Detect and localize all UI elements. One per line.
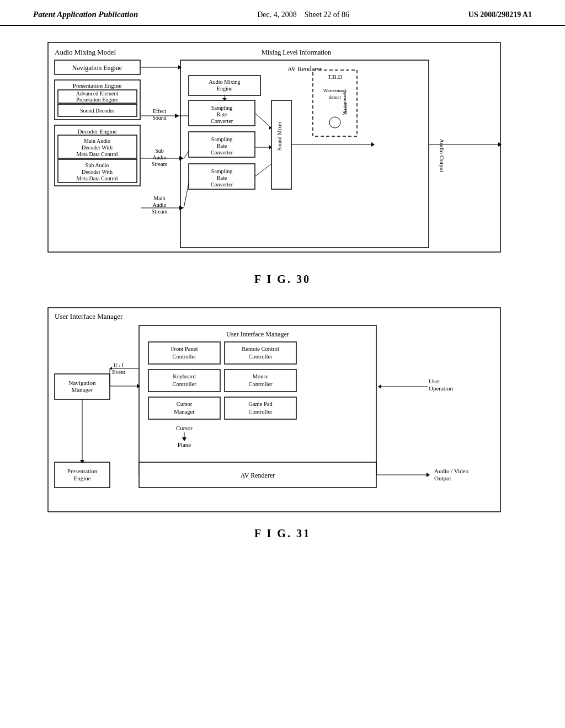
svg-text:Remote  Control: Remote Control <box>242 346 279 352</box>
svg-text:detect: detect <box>343 103 348 115</box>
header-sheet: Sheet 22 of 86 <box>305 10 349 19</box>
svg-text:Audio: Audio <box>153 202 167 208</box>
svg-text:Main Audio: Main Audio <box>84 138 110 144</box>
svg-text:Game Pad: Game Pad <box>248 401 273 407</box>
svg-point-78 <box>329 117 340 128</box>
svg-text:Event: Event <box>112 369 125 375</box>
header-publication: Patent Application Publication <box>33 10 138 19</box>
svg-text:Decoder With: Decoder With <box>82 169 113 175</box>
svg-text:Presentation Engine: Presentation Engine <box>73 82 121 89</box>
header-center: Dec. 4, 2008 Sheet 22 of 86 <box>257 10 349 19</box>
svg-text:Keyboard: Keyboard <box>173 373 196 379</box>
svg-text:Stream: Stream <box>152 208 168 215</box>
svg-text:Converter: Converter <box>211 181 233 188</box>
svg-text:Rate: Rate <box>217 111 227 117</box>
svg-rect-103 <box>148 397 220 419</box>
svg-rect-100 <box>225 370 296 392</box>
svg-text:User: User <box>429 378 440 384</box>
svg-text:Mixing  Level  Information: Mixing Level Information <box>262 49 331 56</box>
svg-text:Audio Output: Audio Output <box>439 139 445 173</box>
svg-text:Sampling: Sampling <box>211 168 232 174</box>
svg-text:Converter: Converter <box>211 149 233 156</box>
svg-text:Audio Mixing Model: Audio Mixing Model <box>55 48 116 56</box>
svg-text:U / I: U / I <box>114 362 124 368</box>
svg-rect-91 <box>148 342 220 364</box>
svg-text:Cursor: Cursor <box>176 425 193 431</box>
svg-text:Controller: Controller <box>248 381 273 387</box>
svg-text:Plane: Plane <box>178 441 191 448</box>
svg-rect-106 <box>225 397 296 419</box>
svg-text:Front Panel: Front Panel <box>171 346 198 352</box>
svg-text:Sub: Sub <box>155 148 164 154</box>
svg-text:T.B.D: T.B.D <box>328 73 343 80</box>
svg-text:AV Renderer: AV Renderer <box>241 472 275 479</box>
svg-text:Sound Decoder: Sound Decoder <box>80 108 115 114</box>
svg-text:Advanced  Element: Advanced Element <box>76 90 119 97</box>
svg-text:Rate: Rate <box>217 175 227 181</box>
svg-text:Rate: Rate <box>217 143 227 149</box>
svg-text:Cursor: Cursor <box>177 401 193 407</box>
svg-text:Navigation Engine: Navigation Engine <box>72 64 122 72</box>
svg-text:Decoder Engine: Decoder Engine <box>77 128 116 135</box>
svg-text:detect: detect <box>329 94 341 100</box>
svg-text:Presentation: Presentation <box>67 468 98 474</box>
svg-text:User Interface Manager: User Interface Manager <box>226 330 289 338</box>
page-header: Patent Application Publication Dec. 4, 2… <box>0 0 565 26</box>
svg-text:Sound Mixer: Sound Mixer <box>276 121 282 151</box>
svg-text:Manager: Manager <box>174 409 195 415</box>
svg-rect-97 <box>148 370 220 392</box>
svg-text:Manager: Manager <box>71 387 93 393</box>
svg-text:Decoder With: Decoder With <box>82 144 113 151</box>
svg-text:Sub Audio: Sub Audio <box>86 162 109 168</box>
fig30-diagram: Audio Mixing Model Navigation Engine Mix… <box>42 37 523 269</box>
svg-text:Converter: Converter <box>211 118 233 124</box>
svg-text:Stream: Stream <box>152 161 168 167</box>
svg-text:Controller: Controller <box>172 354 196 360</box>
svg-text:Audio / Video: Audio / Video <box>434 468 469 474</box>
svg-text:Meta Data Control: Meta Data Control <box>77 175 118 181</box>
svg-text:Presetation Engine: Presetation Engine <box>76 97 118 103</box>
svg-text:Audio: Audio <box>153 154 167 160</box>
fig31-diagram: User Interface Manager Navigation Manage… <box>42 302 523 523</box>
svg-text:Main: Main <box>153 195 165 201</box>
header-patent: US 2008/298219 A1 <box>468 10 532 19</box>
svg-text:Effect: Effect <box>153 108 166 114</box>
svg-text:Mouse: Mouse <box>253 373 269 379</box>
fig31-container: User Interface Manager Navigation Manage… <box>33 302 532 540</box>
svg-text:Navigation: Navigation <box>69 379 96 386</box>
page-content: Audio Mixing Model Navigation Engine Mix… <box>0 26 565 568</box>
fig30-container: Audio Mixing Model Navigation Engine Mix… <box>33 37 532 286</box>
svg-text:Sampling: Sampling <box>211 105 232 111</box>
fig30-caption: F I G. 30 <box>33 273 532 286</box>
svg-text:Operation: Operation <box>429 385 453 392</box>
svg-text:User Interface Manager: User Interface Manager <box>55 312 123 320</box>
svg-text:Controller: Controller <box>172 381 196 387</box>
fig31-caption: F I G. 31 <box>33 527 532 540</box>
svg-text:Controller: Controller <box>248 354 273 360</box>
header-date: Dec. 4, 2008 <box>257 10 297 19</box>
svg-text:Engine: Engine <box>73 475 90 481</box>
svg-text:Audio Mixing: Audio Mixing <box>209 79 241 85</box>
svg-text:Sampling: Sampling <box>211 136 232 142</box>
svg-text:Wartermark: Wartermark <box>323 88 347 93</box>
svg-text:Controller: Controller <box>248 409 273 415</box>
svg-text:Engine: Engine <box>217 85 233 92</box>
svg-text:Meta Data Control: Meta Data Control <box>77 151 118 157</box>
svg-text:Output: Output <box>434 475 451 481</box>
svg-rect-94 <box>225 342 296 364</box>
